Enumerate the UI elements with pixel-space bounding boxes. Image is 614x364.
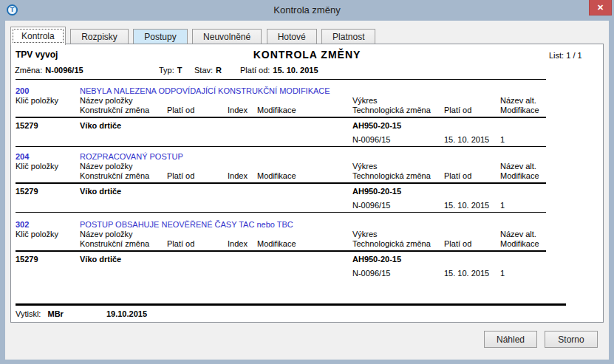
- col-konstrukcni-zmena: Konstrukční změna: [80, 171, 149, 180]
- typ-label: Typ:: [159, 66, 174, 75]
- printed-by-user: MBr: [48, 309, 64, 318]
- col-technologicka-zmena: Technologická změna: [352, 239, 431, 248]
- col-index: Index: [228, 239, 248, 248]
- col-nazev-alt: Název alt.: [500, 162, 536, 171]
- section-code: 200: [16, 86, 29, 95]
- column-header-row-2: Konstrukční změna Platí od Index Modifik…: [11, 239, 603, 249]
- col-nazev-polozky: Název položky: [80, 96, 133, 105]
- col-vykres: Výkres: [352, 96, 378, 105]
- cell-plati-od: 15. 10. 2015: [444, 135, 489, 144]
- section-end-rule: [16, 146, 546, 147]
- report-page-indicator: List: 1 / 1: [549, 51, 582, 60]
- col-konstrukcni-zmena: Konstrukční změna: [80, 106, 149, 114]
- tab-platnost[interactable]: Platnost: [321, 29, 375, 45]
- report-section: 200 NEBYLA NALEZENA ODPOVÍDAJÍCÍ KONSTRU…: [11, 86, 603, 153]
- plati-od-label: Platí od:: [240, 66, 270, 75]
- report-meta-row: Změna:N-0096/15 Typ:T Stav:R Platí od:15…: [11, 66, 603, 76]
- col-plati-od-right: Platí od: [444, 106, 471, 114]
- col-klic-polozky: Klič položky: [16, 96, 58, 105]
- tab-rozpisky[interactable]: Rozpisky: [70, 29, 129, 45]
- cell-plati-od: 15. 10. 2015: [444, 269, 489, 278]
- printed-date: 19.10.2015: [106, 309, 147, 318]
- tab-postupy[interactable]: Postupy: [133, 29, 187, 45]
- col-plati-od-left: Platí od: [167, 106, 194, 114]
- col-klic-polozky: Klič položky: [16, 230, 58, 238]
- col-klic-polozky: Klič položky: [16, 162, 58, 171]
- close-icon[interactable]: ✕: [589, 0, 612, 16]
- header-divider: [16, 79, 546, 80]
- data-row-change: N-0096/15 15. 10. 2015 1: [11, 269, 603, 278]
- section-message: ROZPRACOVANÝ POSTUP: [80, 152, 183, 161]
- tab-strip: Kontrola Rozpisky Postupy Neuvolněné Hot…: [10, 27, 377, 45]
- data-row-change: N-0096/15 15. 10. 2015 1: [11, 201, 603, 210]
- stav-label: Stav:: [194, 66, 213, 75]
- zmena-value: N-0096/15: [45, 66, 83, 75]
- dialog-window: T Kontrola změny ✕ Kontrola Rozpisky Pos…: [0, 0, 614, 364]
- section-end-rule: [16, 212, 546, 213]
- col-index: Index: [228, 171, 248, 180]
- col-vykres: Výkres: [352, 162, 378, 171]
- section-code: 204: [16, 152, 29, 161]
- section-header-rule: [16, 117, 546, 118]
- col-modifikace-right: Modifikace: [500, 106, 539, 114]
- dialog-client-area: Kontrola Rozpisky Postupy Neuvolněné Hot…: [5, 21, 609, 360]
- plati-od-value: 15. 10. 2015: [273, 66, 318, 75]
- cell-vykres: AH950-20-15: [352, 121, 401, 130]
- column-header-row-2: Konstrukční změna Platí od Index Modifik…: [11, 171, 603, 181]
- footer-divider: [16, 303, 566, 306]
- col-modifikace-left: Modifikace: [257, 171, 296, 180]
- column-header-row-1: Klič položky Název položky Výkres Název …: [11, 162, 603, 171]
- col-nazev-polozky: Název položky: [80, 162, 133, 171]
- cell-modifikace: 1: [500, 201, 505, 210]
- nahled-button[interactable]: Náhled: [484, 331, 537, 348]
- cell-vykres: AH950-20-15: [352, 187, 401, 196]
- report-title: KONTROLA ZMĚNY: [11, 49, 603, 61]
- section-header-rule: [16, 250, 546, 252]
- col-plati-od-right: Platí od: [444, 239, 471, 248]
- section-message: POSTUP OBSAHUJE NEOVĚŘENÉ ČASY TAC nebo …: [80, 220, 293, 229]
- col-modifikace-right: Modifikace: [500, 171, 539, 180]
- tab-neuvolnene[interactable]: Neuvolněné: [192, 29, 262, 45]
- col-plati-od-right: Platí od: [444, 171, 471, 180]
- col-index: Index: [228, 106, 248, 114]
- tab-hotove[interactable]: Hotové: [267, 29, 317, 45]
- title-bar[interactable]: T Kontrola změny ✕: [0, 0, 614, 21]
- section-message: NEBYLA NALEZENA ODPOVÍDAJÍCÍ KONSTRUKČNÍ…: [80, 86, 330, 95]
- col-modifikace-right: Modifikace: [500, 239, 539, 248]
- tab-kontrola[interactable]: Kontrola: [10, 27, 66, 45]
- cell-nazev: Víko drtiče: [80, 255, 121, 264]
- report-footer: Vytiskl: MBr 19.10.2015: [16, 309, 147, 318]
- column-header-row-2: Konstrukční změna Platí od Index Modifik…: [11, 106, 603, 115]
- data-row-item: 15279 Víko drtiče AH950-20-15: [11, 187, 603, 196]
- section-header-rule: [16, 182, 546, 184]
- cell-plati-od: 15. 10. 2015: [444, 201, 489, 210]
- column-header-row-1: Klič položky Název položky Výkres Název …: [11, 230, 603, 239]
- cell-tech-zmena: N-0096/15: [352, 201, 390, 210]
- typ-value: T: [177, 66, 183, 75]
- col-plati-od-left: Platí od: [167, 239, 194, 248]
- col-nazev-alt: Název alt.: [500, 230, 536, 238]
- col-plati-od-left: Platí od: [167, 171, 194, 180]
- report-section: 302 POSTUP OBSAHUJE NEOVĚŘENÉ ČASY TAC n…: [11, 220, 603, 286]
- col-modifikace-left: Modifikace: [257, 239, 296, 248]
- storno-button[interactable]: Storno: [545, 331, 598, 348]
- cell-klic: 15279: [16, 187, 38, 196]
- col-modifikace-left: Modifikace: [257, 106, 296, 114]
- col-nazev-polozky: Název položky: [80, 230, 133, 238]
- cell-modifikace: 1: [500, 269, 505, 278]
- vytiskl-label: Vytiskl:: [16, 309, 41, 318]
- data-row-change: N-0096/15 15. 10. 2015 1: [11, 135, 603, 145]
- col-konstrukcni-zmena: Konstrukční změna: [80, 239, 149, 248]
- data-row-item: 15279 Víko drtiče AH950-20-15: [11, 255, 603, 264]
- data-row-item: 15279 Víko drtiče AH950-20-15: [11, 121, 603, 131]
- cell-tech-zmena: N-0096/15: [352, 269, 390, 278]
- report-preview: TPV vyvoj KONTROLA ZMĚNY List: 1 / 1 Změ…: [10, 44, 604, 323]
- cell-klic: 15279: [16, 121, 38, 130]
- col-vykres: Výkres: [352, 230, 378, 238]
- cell-modifikace: 1: [500, 135, 505, 144]
- col-technologicka-zmena: Technologická změna: [352, 171, 431, 180]
- report-section: 204 ROZPRACOVANÝ POSTUP Klič položky Náz…: [11, 152, 603, 219]
- zmena-label: Změna:: [15, 66, 42, 75]
- cell-nazev: Víko drtiče: [80, 121, 121, 130]
- cell-klic: 15279: [16, 255, 38, 264]
